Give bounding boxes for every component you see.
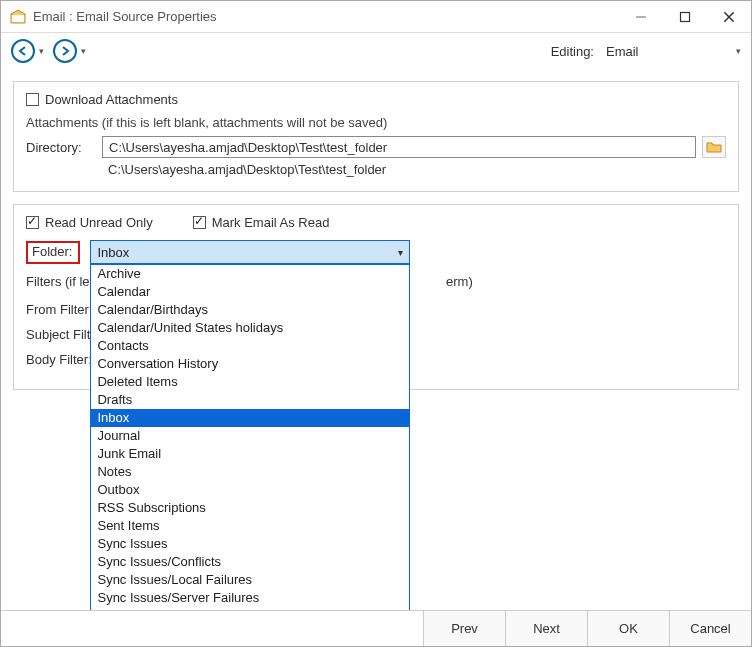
folder-option[interactable]: Contacts	[91, 337, 409, 355]
folder-option[interactable]: Calendar	[91, 283, 409, 301]
folder-label: Folder:	[26, 241, 80, 264]
download-attachments-checkbox[interactable]	[26, 93, 39, 106]
folder-option[interactable]: Sync Issues/Local Failures	[91, 571, 409, 589]
folder-option[interactable]: Calendar/Birthdays	[91, 301, 409, 319]
close-button[interactable]	[707, 1, 751, 33]
directory-label: Directory:	[26, 140, 96, 155]
folder-option[interactable]: RSS Subscriptions	[91, 499, 409, 517]
folder-option[interactable]: Journal	[91, 427, 409, 445]
forward-menu-caret[interactable]: ▾	[79, 46, 87, 56]
window-title: Email : Email Source Properties	[33, 9, 619, 24]
editing-caret-icon[interactable]: ▾	[736, 46, 741, 56]
maximize-button[interactable]	[663, 1, 707, 33]
read-unread-only-checkbox[interactable]	[26, 216, 39, 229]
folder-selected-text: Inbox	[97, 245, 398, 260]
minimize-button[interactable]	[619, 1, 663, 33]
folder-option[interactable]: Notes	[91, 463, 409, 481]
directory-input[interactable]	[102, 136, 696, 158]
back-menu-caret[interactable]: ▾	[37, 46, 45, 56]
cancel-button[interactable]: Cancel	[669, 611, 751, 646]
forward-button[interactable]	[53, 39, 77, 63]
folder-option[interactable]: Sync Issues/Conflicts	[91, 553, 409, 571]
folder-combobox[interactable]: Inbox ▾	[90, 240, 410, 264]
editing-dropdown[interactable]: Email	[602, 42, 732, 61]
folder-dropdown[interactable]: ArchiveCalendarCalendar/BirthdaysCalenda…	[90, 264, 410, 610]
folder-option[interactable]: Calendar/United States holidays	[91, 319, 409, 337]
folder-option[interactable]: Drafts	[91, 391, 409, 409]
back-button[interactable]	[11, 39, 35, 63]
mark-email-read-label: Mark Email As Read	[212, 215, 330, 230]
download-attachments-label: Download Attachments	[45, 92, 178, 107]
folder-option[interactable]: Deleted Items	[91, 373, 409, 391]
directory-echo: C:\Users\ayesha.amjad\Desktop\Test\test_…	[102, 160, 726, 179]
folder-option[interactable]: Tasks	[91, 607, 409, 610]
folder-option[interactable]: Inbox	[91, 409, 409, 427]
chevron-down-icon: ▾	[398, 247, 403, 258]
folder-option[interactable]: Outbox	[91, 481, 409, 499]
mark-email-read-checkbox[interactable]	[193, 216, 206, 229]
content-area: Download Attachments Attachments (if thi…	[1, 69, 751, 610]
folder-option[interactable]: Junk Email	[91, 445, 409, 463]
editing-label: Editing:	[551, 44, 594, 59]
navbar: ▾ ▾ Editing: Email ▾	[1, 33, 751, 69]
titlebar: Email : Email Source Properties	[1, 1, 751, 33]
prev-button[interactable]: Prev	[423, 611, 505, 646]
svg-rect-1	[681, 12, 690, 21]
folder-option[interactable]: Archive	[91, 265, 409, 283]
browse-folder-button[interactable]	[702, 136, 726, 158]
ok-button[interactable]: OK	[587, 611, 669, 646]
folder-option[interactable]: Sync Issues	[91, 535, 409, 553]
folder-option[interactable]: Conversation History	[91, 355, 409, 373]
folder-option[interactable]: Sent Items	[91, 517, 409, 535]
read-unread-only-label: Read Unread Only	[45, 215, 153, 230]
next-button[interactable]: Next	[505, 611, 587, 646]
options-group: Read Unread Only Mark Email As Read Fold…	[13, 204, 739, 390]
attachments-fieldset-label: Attachments (if this is left blank, atta…	[26, 115, 726, 130]
dialog-window: Email : Email Source Properties ▾ ▾ Edit…	[0, 0, 752, 647]
button-bar: Prev Next OK Cancel	[1, 610, 751, 646]
email-icon	[9, 8, 27, 26]
folder-option[interactable]: Sync Issues/Server Failures	[91, 589, 409, 607]
filters-label-suffix: erm)	[446, 274, 473, 289]
attachments-group: Download Attachments Attachments (if thi…	[13, 81, 739, 192]
